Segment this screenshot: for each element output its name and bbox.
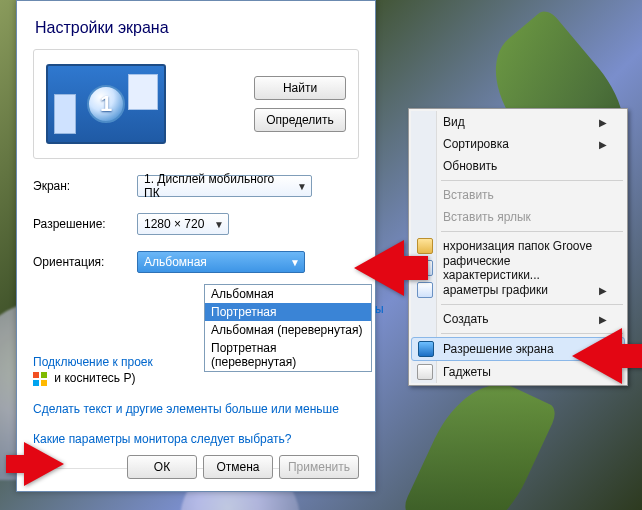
text-size-link[interactable]: Сделать текст и другие элементы больше и… [33, 402, 339, 416]
submenu-arrow-icon: ▶ [599, 117, 607, 128]
ctx-sort[interactable]: Сортировка▶ [411, 133, 625, 155]
monitor-preview[interactable]: 1 [46, 64, 166, 144]
projector-shortcut-text: и коснитесь P) [54, 371, 135, 385]
ctx-graphics-properties[interactable]: рафические характеристики... [411, 257, 625, 279]
ctx-view[interactable]: Вид▶ [411, 111, 625, 133]
orientation-select[interactable]: Альбомная▼ [137, 251, 305, 273]
chevron-down-icon: ▼ [297, 181, 307, 192]
orientation-option[interactable]: Портретная (перевернутая) [205, 339, 371, 371]
windows-logo-icon [33, 372, 47, 386]
screen-label: Экран: [33, 179, 127, 193]
monitor-preview-frame: 1 Найти Определить [33, 49, 359, 159]
monitor-icon [418, 341, 434, 357]
gadget-icon [417, 364, 433, 380]
screen-select[interactable]: 1. Дисплей мобильного ПК▼ [137, 175, 312, 197]
ctx-paste: Вставить [411, 184, 625, 206]
orientation-label: Ориентация: [33, 255, 127, 269]
orientation-option[interactable]: Альбомная [205, 285, 371, 303]
ctx-refresh[interactable]: Обновить [411, 155, 625, 177]
ctx-create[interactable]: Создать▶ [411, 308, 625, 330]
dialog-title: Настройки экрана [35, 19, 359, 37]
submenu-arrow-icon: ▶ [599, 139, 607, 150]
orientation-option[interactable]: Портретная [205, 303, 371, 321]
monitor-number: 1 [87, 85, 125, 123]
detect-button[interactable]: Определить [254, 108, 346, 132]
display-settings-dialog: Настройки экрана 1 Найти Определить Экра… [16, 0, 376, 492]
folder-icon [417, 238, 433, 254]
chevron-down-icon: ▼ [290, 257, 300, 268]
resolution-label: Разрешение: [33, 217, 127, 231]
red-arrow-annotation [24, 442, 64, 486]
orientation-option[interactable]: Альбомная (перевернутая) [205, 321, 371, 339]
projector-link[interactable]: Подключение к проек [33, 355, 153, 369]
truncated-link-fragment: ы [375, 302, 384, 316]
which-settings-link[interactable]: Какие параметры монитора следует выбрать… [33, 432, 292, 446]
submenu-arrow-icon: ▶ [599, 314, 607, 325]
submenu-arrow-icon: ▶ [599, 285, 607, 296]
find-button[interactable]: Найти [254, 76, 346, 100]
orientation-dropdown: Альбомная Портретная Альбомная (переверн… [204, 284, 372, 372]
resolution-select[interactable]: 1280 × 720▼ [137, 213, 229, 235]
chevron-down-icon: ▼ [214, 219, 224, 230]
properties-icon [417, 282, 433, 298]
ctx-graphics-params[interactable]: араметры графики▶ [411, 279, 625, 301]
ok-button[interactable]: ОК [127, 455, 197, 479]
apply-button[interactable]: Применить [279, 455, 359, 479]
red-arrow-annotation [572, 328, 622, 384]
cancel-button[interactable]: Отмена [203, 455, 273, 479]
ctx-paste-shortcut: Вставить ярлык [411, 206, 625, 228]
